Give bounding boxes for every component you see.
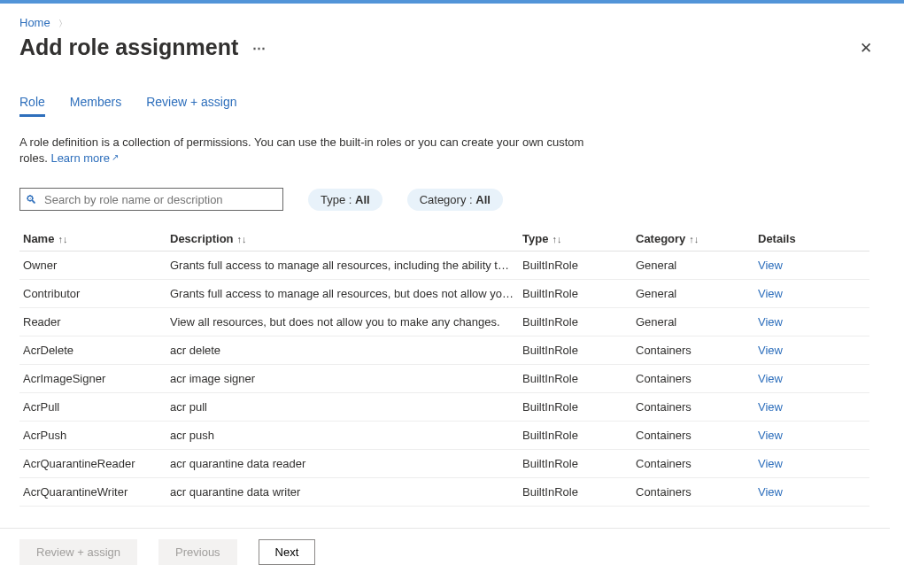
sort-icon: ↑↓	[58, 234, 67, 244]
cell-type: BuiltInRole	[519, 280, 632, 308]
cell-category: General	[632, 308, 754, 337]
search-input[interactable]	[42, 192, 277, 207]
col-category[interactable]: Category↑↓	[632, 227, 754, 251]
cell-category: Containers	[632, 478, 754, 507]
learn-more-link[interactable]: Learn more↗︎	[50, 151, 116, 165]
description-text: A role definition is a collection of per…	[19, 135, 586, 166]
cell-description: acr quarantine data reader	[166, 450, 519, 478]
tab-members[interactable]: Members	[70, 95, 121, 117]
tab-review[interactable]: Review + assign	[146, 95, 236, 117]
cell-description: acr delete	[166, 337, 519, 365]
table-row[interactable]: AcrQuarantineWriteracr quarantine data w…	[19, 478, 869, 507]
cell-type: BuiltInRole	[519, 365, 632, 393]
cell-category: Containers	[632, 365, 754, 393]
cell-name: AcrQuarantineReader	[19, 450, 166, 478]
table-row[interactable]: AcrDeleteacr deleteBuiltInRoleContainers…	[19, 337, 869, 365]
cell-description: acr pull	[166, 393, 519, 422]
table-row[interactable]: AcrQuarantineReaderacr quarantine data r…	[19, 450, 869, 478]
table-row[interactable]: OwnerGrants full access to manage all re…	[19, 251, 869, 280]
external-link-icon: ↗︎	[112, 152, 119, 162]
next-button[interactable]: Next	[259, 539, 316, 565]
cell-category: Containers	[632, 337, 754, 365]
cell-name: Reader	[19, 308, 166, 337]
cell-name: AcrQuarantineWriter	[19, 478, 166, 507]
cell-name: Contributor	[19, 280, 166, 308]
view-link[interactable]: View	[758, 457, 783, 470]
cell-name: AcrPush	[19, 422, 166, 450]
sort-icon: ↑↓	[689, 234, 699, 244]
table-row[interactable]: ReaderView all resources, but does not a…	[19, 308, 869, 337]
cell-description: View all resources, but does not allow y…	[166, 308, 519, 337]
table-header-row: Name↑↓ Description↑↓ Type↑↓ Category↑↓ D…	[19, 227, 869, 251]
cell-name: AcrDelete	[19, 337, 166, 365]
cell-category: Containers	[632, 393, 754, 422]
cell-category: General	[632, 251, 754, 280]
cell-type: BuiltInRole	[519, 393, 632, 422]
col-details: Details	[754, 227, 869, 251]
table-row[interactable]: ContributorGrants full access to manage …	[19, 280, 869, 308]
tabs: Role Members Review + assign	[19, 95, 885, 117]
table-row[interactable]: AcrPushacr pushBuiltInRoleContainersView	[19, 422, 869, 450]
cell-type: BuiltInRole	[519, 251, 632, 280]
col-name[interactable]: Name↑↓	[19, 227, 166, 251]
view-link[interactable]: View	[758, 400, 783, 414]
cell-type: BuiltInRole	[519, 450, 632, 478]
breadcrumb-home[interactable]: Home	[19, 16, 50, 29]
view-link[interactable]: View	[758, 315, 783, 329]
cell-description: acr push	[166, 422, 519, 450]
view-link[interactable]: View	[758, 259, 783, 272]
page-title: Add role assignment ⋯	[19, 35, 267, 60]
cell-type: BuiltInRole	[519, 422, 632, 450]
cell-name: Owner	[19, 251, 166, 280]
cell-name: AcrImageSigner	[19, 365, 166, 393]
table-row[interactable]: AcrPullacr pullBuiltInRoleContainersView	[19, 393, 869, 422]
breadcrumb: Home 〉	[19, 12, 885, 34]
sort-icon: ↑↓	[552, 234, 561, 244]
cell-type: BuiltInRole	[519, 337, 632, 365]
view-link[interactable]: View	[758, 485, 783, 499]
filter-category[interactable]: Category : All	[407, 189, 503, 211]
cell-description: acr image signer	[166, 365, 519, 393]
filter-type[interactable]: Type : All	[308, 189, 382, 211]
view-link[interactable]: View	[758, 372, 783, 385]
view-link[interactable]: View	[758, 429, 783, 442]
footer-bar: Review + assign Previous Next	[0, 528, 890, 576]
cell-description: Grants full access to manage all resourc…	[166, 251, 519, 280]
cell-category: Containers	[632, 422, 754, 450]
sort-icon: ↑↓	[237, 234, 247, 244]
cell-type: BuiltInRole	[519, 308, 632, 337]
tab-role[interactable]: Role	[19, 95, 45, 117]
col-type[interactable]: Type↑↓	[519, 227, 632, 251]
cell-name: AcrPull	[19, 393, 166, 422]
roles-table: Name↑↓ Description↑↓ Type↑↓ Category↑↓ D…	[19, 227, 869, 507]
more-actions-icon[interactable]: ⋯	[252, 40, 267, 56]
search-icon: 🔍︎	[26, 193, 37, 206]
cell-category: Containers	[632, 450, 754, 478]
view-link[interactable]: View	[758, 287, 783, 300]
previous-button: Previous	[158, 539, 237, 565]
close-icon[interactable]: ✕	[854, 34, 877, 63]
cell-description: acr quarantine data writer	[166, 478, 519, 507]
review-assign-button: Review + assign	[19, 539, 137, 565]
col-description[interactable]: Description↑↓	[166, 227, 519, 251]
cell-type: BuiltInRole	[519, 478, 632, 507]
cell-category: General	[632, 280, 754, 308]
chevron-right-icon: 〉	[53, 19, 67, 28]
table-row[interactable]: AcrImageSigneracr image signerBuiltInRol…	[19, 365, 869, 393]
cell-description: Grants full access to manage all resourc…	[166, 280, 519, 308]
search-input-wrapper[interactable]: 🔍︎	[19, 188, 283, 211]
view-link[interactable]: View	[758, 344, 783, 357]
